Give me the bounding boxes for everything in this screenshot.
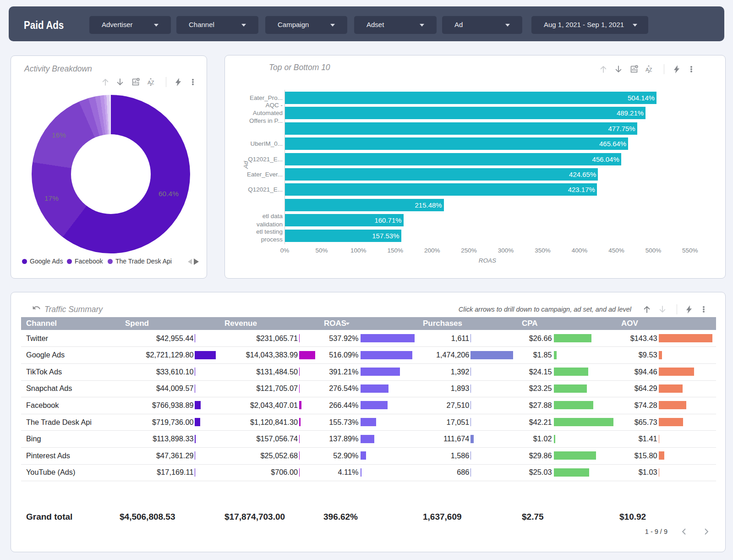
svg-text:AZ: AZ: [148, 80, 154, 85]
svg-text:AZ: AZ: [645, 67, 652, 72]
